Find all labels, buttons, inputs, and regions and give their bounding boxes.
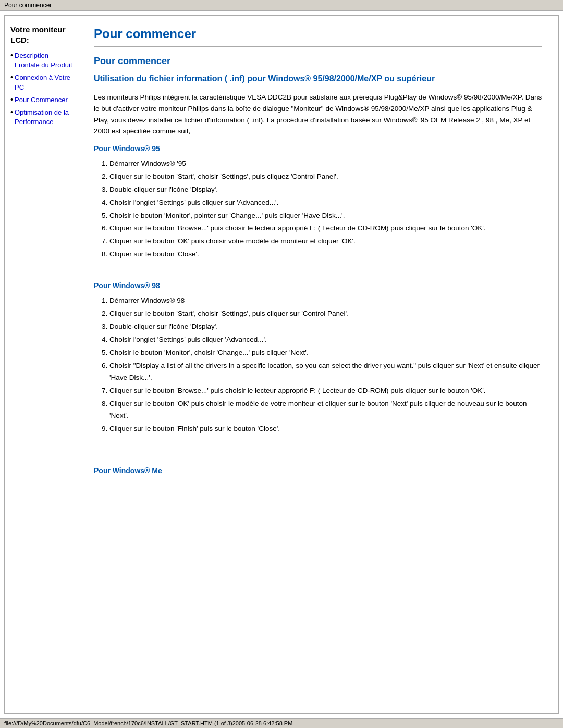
intro-paragraph: Les moniteurs Philips intègrent la carac…: [94, 92, 542, 137]
list-item: Cliquer sur le bouton 'Browse...' puis c…: [109, 385, 542, 397]
list-item: Démarrer Windows® 98: [109, 295, 542, 307]
statusbar-text: file:///D/My%20Documents/dfu/C6_Model/fr…: [4, 720, 292, 726]
win98-title: Pour Windows® 98: [94, 281, 542, 290]
spacer-1: [94, 271, 542, 281]
list-item: Cliquer sur le bouton 'Close'.: [109, 249, 542, 261]
list-item: Choisir le bouton 'Monitor', pointer sur…: [109, 210, 542, 222]
list-item: Double-cliquer sur l'icône 'Display'.: [109, 321, 542, 333]
sidebar-nav: Description Frontale du Produit Connexio…: [10, 51, 72, 127]
win95-title: Pour Windows® 95: [94, 144, 542, 153]
subtitle: Utilisation du fichier information ( .in…: [94, 73, 542, 84]
sidebar-item-optimisation: Optimisation de la Performance: [10, 108, 72, 127]
list-item: Choisir "Display a list of all the drive…: [109, 360, 542, 384]
sidebar: Votre moniteur LCD: Description Frontale…: [5, 16, 78, 713]
list-item: Cliquer sur le bouton 'Browse...' puis c…: [109, 223, 542, 235]
win95-steps: Démarrer Windows® '95 Cliquer sur le bou…: [109, 158, 542, 261]
list-item: Choisir l'onglet 'Settings' puis cliquer…: [109, 334, 542, 346]
title-divider: [94, 46, 542, 47]
sidebar-item-pour-commencer: Pour Commencer: [10, 95, 72, 105]
sidebar-heading: Votre moniteur LCD:: [10, 24, 72, 45]
list-item: Cliquer sur le bouton 'OK' puis choisir …: [109, 398, 542, 422]
statusbar: file:///D/My%20Documents/dfu/C6_Model/fr…: [0, 718, 563, 728]
sidebar-link-optimisation[interactable]: Optimisation de la Performance: [15, 108, 69, 126]
sidebar-link-pour-commencer[interactable]: Pour Commencer: [15, 96, 68, 104]
main-content: Votre moniteur LCD: Description Frontale…: [4, 15, 559, 714]
sidebar-link-description[interactable]: Description Frontale du Produit: [15, 52, 72, 69]
titlebar: Pour commencer: [0, 0, 563, 11]
list-item: Cliquer sur le bouton 'Start', choisir '…: [109, 308, 542, 320]
sidebar-item-connection: Connexion à Votre PC: [10, 73, 72, 92]
content-area: Pour commencer Pour commencer Utilisatio…: [78, 16, 558, 713]
list-item: Choisir le bouton 'Monitor', choisir 'Ch…: [109, 347, 542, 359]
sidebar-item-description: Description Frontale du Produit: [10, 51, 72, 70]
list-item: Double-cliquer sur l'icône 'Display'.: [109, 184, 542, 196]
list-item: Démarrer Windows® '95: [109, 158, 542, 170]
winme-title: Pour Windows® Me: [94, 466, 542, 475]
list-item: Cliquer sur le bouton 'Start', choisir '…: [109, 171, 542, 183]
win98-steps: Démarrer Windows® 98 Cliquer sur le bout…: [109, 295, 542, 435]
spacer-2: [94, 446, 542, 456]
list-item: Cliquer sur le bouton 'Finish' puis sur …: [109, 423, 542, 435]
page-title: Pour commencer: [94, 27, 542, 41]
section-heading: Pour commencer: [94, 56, 542, 67]
titlebar-text: Pour commencer: [4, 2, 52, 9]
sidebar-link-connection[interactable]: Connexion à Votre PC: [15, 73, 70, 91]
spacer-3: [94, 456, 542, 466]
list-item: Choisir l'onglet 'Settings' puis cliquer…: [109, 197, 542, 209]
list-item: Cliquer sur le bouton 'OK' puis choisir …: [109, 236, 542, 248]
